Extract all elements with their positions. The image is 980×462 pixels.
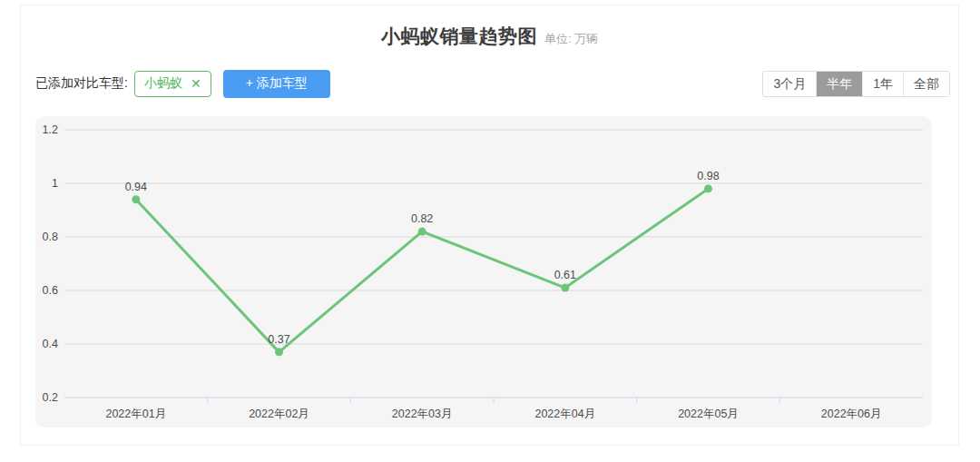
- data-point[interactable]: [561, 284, 569, 292]
- x-axis-label: 2022年01月: [105, 408, 166, 420]
- y-axis-label: 0.4: [43, 338, 58, 350]
- trend-chart-svg: 1.210.80.60.40.22022年01月2022年02月2022年03月…: [35, 116, 932, 428]
- data-point[interactable]: [275, 348, 283, 356]
- x-axis-label: 2022年05月: [678, 408, 739, 420]
- range-all[interactable]: 全部: [903, 72, 949, 96]
- range-halfyear[interactable]: 半年: [816, 72, 862, 96]
- model-tag-xiaomayi[interactable]: 小蚂蚁 ✕: [134, 71, 211, 97]
- unit-label: 单位: 万辆: [544, 32, 598, 45]
- chart-area: 1.210.80.60.40.22022年01月2022年02月2022年03月…: [35, 116, 932, 428]
- trend-chart-card: 小蚂蚁销量趋势图单位: 万辆 已添加对比车型: 小蚂蚁 ✕ + 添加车型 3个月…: [20, 5, 959, 446]
- data-point-label: 0.98: [697, 170, 719, 182]
- chart-header: 小蚂蚁销量趋势图单位: 万辆: [21, 24, 958, 49]
- added-models-label: 已添加对比车型:: [35, 75, 128, 92]
- y-axis-label: 1: [52, 177, 58, 190]
- x-axis-label: 2022年04月: [534, 408, 595, 420]
- data-point[interactable]: [704, 184, 712, 192]
- data-point-label: 0.94: [125, 181, 147, 193]
- data-point-label: 0.61: [554, 269, 576, 281]
- time-range-group: 3个月 半年 1年 全部: [762, 71, 950, 97]
- controls-row: 已添加对比车型: 小蚂蚁 ✕ + 添加车型 3个月 半年 1年 全部: [35, 69, 950, 98]
- range-1year[interactable]: 1年: [862, 72, 903, 96]
- data-point-label: 0.82: [411, 212, 433, 225]
- x-axis-label: 2022年06月: [821, 408, 882, 420]
- y-axis-label: 1.2: [43, 123, 58, 136]
- data-point[interactable]: [418, 228, 426, 236]
- y-axis-label: 0.6: [43, 284, 58, 297]
- data-point[interactable]: [132, 195, 140, 203]
- data-point-label: 0.37: [268, 333, 289, 346]
- page-title: 小蚂蚁销量趋势图: [381, 25, 537, 46]
- y-axis-label: 0.8: [43, 231, 58, 243]
- close-icon[interactable]: ✕: [191, 77, 201, 90]
- x-axis-label: 2022年02月: [249, 408, 309, 420]
- model-tag-label: 小蚂蚁: [144, 75, 182, 92]
- x-axis-label: 2022年03月: [392, 408, 453, 420]
- add-model-button[interactable]: + 添加车型: [223, 70, 330, 98]
- range-3months[interactable]: 3个月: [763, 72, 816, 96]
- y-axis-label: 0.2: [43, 391, 58, 404]
